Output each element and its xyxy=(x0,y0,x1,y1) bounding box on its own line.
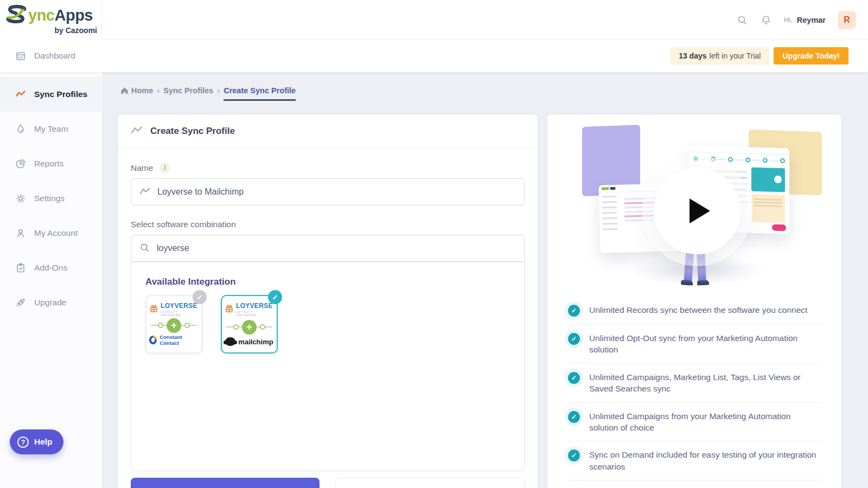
create-sync-profile-card: Create Sync Profile Name i Select softwa… xyxy=(118,114,538,488)
sidebar-item-sync-profiles[interactable]: Sync Profiles xyxy=(0,77,102,112)
sidebar-item-upgrade[interactable]: Upgrade xyxy=(0,285,102,320)
play-video-button[interactable] xyxy=(654,168,741,254)
integration-results-panel: Available Integration ✓ LOYVERSE LOYALTY… xyxy=(131,262,525,471)
loyverse-gift-icon xyxy=(225,304,234,316)
logo-tagline: by Cazoomi xyxy=(5,26,101,35)
software-search-input[interactable] xyxy=(157,243,516,253)
profile-name-input[interactable] xyxy=(157,187,516,197)
loyverse-logo: LOYVERSE xyxy=(236,303,274,309)
top-header: yncApps by Cazoomi Hi, Reymar R xyxy=(0,0,868,40)
sidebar-item-label: Dashboard xyxy=(34,51,75,61)
promo-card: ✓ Unlimited Records sync between the sof… xyxy=(547,114,841,488)
feature-check-icon: ✓ xyxy=(568,372,580,384)
search-input-icon xyxy=(139,242,150,255)
mini-contact-box xyxy=(751,194,785,223)
sync-connector: + xyxy=(151,318,197,333)
feature-list: ✓ Unlimited Records sync between the sof… xyxy=(547,293,841,480)
list-item: ✓ Unlimited Records sync between the sof… xyxy=(568,297,821,325)
upgrade-rocket-icon xyxy=(15,297,26,308)
video-illustration xyxy=(547,114,841,293)
plus-connector-icon: + xyxy=(167,318,181,333)
sidebar-item-settings[interactable]: Settings xyxy=(0,181,102,216)
sidebar-item-label: Sync Profiles xyxy=(34,89,87,99)
primary-action-button[interactable] xyxy=(131,478,320,488)
secondary-action-button[interactable] xyxy=(335,478,525,488)
name-label: Name xyxy=(131,163,153,173)
breadcrumb-chevron: › xyxy=(217,86,220,95)
list-item: ✓ Unlimited Campaigns from your Marketin… xyxy=(568,403,821,442)
sidebar-item-label: Upgrade xyxy=(34,298,66,307)
sidebar-item-reports[interactable]: Reports xyxy=(0,146,102,181)
settings-icon xyxy=(15,193,26,204)
sidebar-item-my-account[interactable]: My Account xyxy=(0,216,102,251)
loyverse-gift-icon xyxy=(149,304,158,316)
upgrade-today-button[interactable]: Upgrade Today! xyxy=(774,47,848,65)
search-icon[interactable] xyxy=(736,14,748,26)
feature-check-icon: ✓ xyxy=(568,305,580,317)
trial-message: left in your Trial xyxy=(710,52,761,60)
dashboard-icon xyxy=(15,50,26,61)
feature-check-icon: ✓ xyxy=(568,411,580,423)
shadow-ellipse xyxy=(629,255,765,285)
feature-check-icon: ✓ xyxy=(568,450,580,461)
logo-wordmark: yncApps xyxy=(28,8,93,23)
available-integration-heading: Available Integration xyxy=(145,277,510,287)
username-text[interactable]: Reymar xyxy=(797,16,826,24)
question-icon: ? xyxy=(17,436,29,448)
add-ons-icon xyxy=(15,262,26,273)
integration-card-loyverse-constant-contact[interactable]: ✓ LOYVERSE LOYALTY UNIVERSE xyxy=(145,295,202,354)
search-field-wrap xyxy=(131,235,525,262)
selected-check-icon[interactable]: ✓ xyxy=(268,290,282,304)
page-title: Create Sync Profile xyxy=(150,126,235,137)
zigzag-icon xyxy=(131,126,143,137)
list-item: ✓ Unlimited Opt-Out sync from your Marke… xyxy=(568,325,821,364)
sync-connector: + xyxy=(226,320,272,335)
sidebar-item-add-ons[interactable]: Add-Ons xyxy=(0,251,102,285)
avatar[interactable]: R xyxy=(838,11,856,29)
feature-check-icon: ✓ xyxy=(568,333,580,345)
breadcrumb-sync-profiles[interactable]: Sync Profiles xyxy=(163,86,213,95)
mini-chat-pill xyxy=(772,224,786,232)
sidebar-item-label: Reports xyxy=(34,159,63,169)
syncapps-logo[interactable]: yncApps by Cazoomi xyxy=(0,0,102,40)
mailchimp-logo xyxy=(225,337,235,346)
zigzag-icon xyxy=(139,187,150,197)
sub-header-band: Dashboard 13 days left in your Trial Upg… xyxy=(0,40,868,72)
sidebar-item-label: Settings xyxy=(34,194,65,203)
sidebar-item-label: My Team xyxy=(34,124,68,134)
sidebar-item-label: My Account xyxy=(34,228,78,238)
my-account-icon xyxy=(15,228,26,239)
sidebar-item-label: Add-Ons xyxy=(34,263,67,273)
constant-contact-logo xyxy=(149,336,157,344)
info-icon[interactable]: i xyxy=(159,163,170,173)
breadcrumb-current: Create Sync Profile xyxy=(224,86,296,101)
name-field-wrap xyxy=(131,178,525,206)
mini-video-thumb xyxy=(751,168,785,192)
bell-icon[interactable] xyxy=(760,14,772,26)
plus-connector-icon: + xyxy=(242,320,257,335)
sidebar-nav: Sync Profiles My Team Reports Settings M… xyxy=(0,72,102,488)
breadcrumb-chevron: › xyxy=(157,86,159,95)
reports-icon xyxy=(15,158,26,169)
sync-profiles-icon xyxy=(15,89,26,100)
home-icon xyxy=(120,87,129,94)
loyverse-logo: LOYVERSE xyxy=(161,303,199,309)
trial-countdown: 13 days left in your Trial xyxy=(670,47,769,65)
breadcrumb-home[interactable]: Home xyxy=(120,86,153,95)
combo-label: Select software combination xyxy=(131,220,525,229)
unselected-check-icon[interactable]: ✓ xyxy=(193,290,207,304)
breadcrumb: Home › Sync Profiles › Create Sync Profi… xyxy=(120,86,296,95)
sidebar-item-my-team[interactable]: My Team xyxy=(0,112,102,146)
sidebar-item-dashboard[interactable]: Dashboard xyxy=(0,40,102,72)
trial-days: 13 days xyxy=(679,52,706,60)
greeting-text: Hi, xyxy=(784,16,793,24)
app-window: yncApps by Cazoomi Hi, Reymar R Dashboar… xyxy=(0,0,868,488)
list-item: ✓ Sync on Demand included for easy testi… xyxy=(568,441,821,480)
play-icon xyxy=(690,198,710,223)
help-button[interactable]: ? Help xyxy=(10,429,63,454)
my-team-icon xyxy=(15,124,26,134)
list-item: ✓ Unlimited Campaigns, Marketing List, T… xyxy=(568,364,821,403)
syncapps-s-icon xyxy=(5,5,27,25)
integration-card-loyverse-mailchimp[interactable]: ✓ LOYVERSE LOYALTY UNIVERSE xyxy=(221,295,278,354)
